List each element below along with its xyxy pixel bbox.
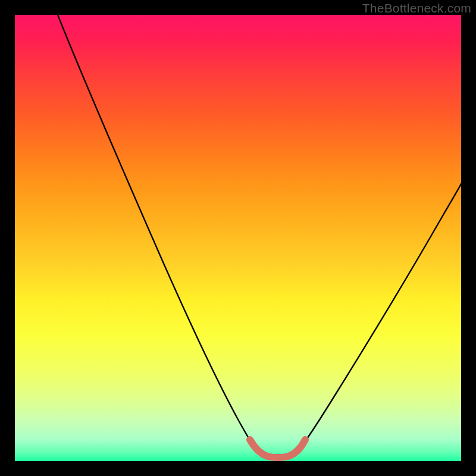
right-black-curve (300, 184, 461, 447)
curves-svg (15, 15, 461, 461)
plot-area (15, 15, 461, 461)
salmon-valley-curve (250, 440, 305, 458)
chart-frame: TheBottleneck.com (0, 0, 476, 476)
watermark-text: TheBottleneck.com (362, 1, 471, 15)
left-black-curve (58, 15, 254, 447)
